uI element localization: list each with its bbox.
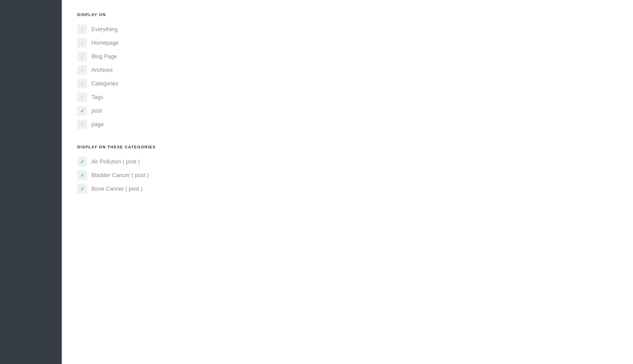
checkbox-label: Bladder Cancer ( post ) — [91, 172, 149, 179]
list-item[interactable]: ✓page — [77, 119, 618, 129]
list-item[interactable]: ✓Homepage — [77, 38, 618, 48]
checkmark-icon: ✓ — [80, 54, 84, 60]
checkmark-icon: ✓ — [80, 81, 84, 87]
list-item[interactable]: ✓Bladder Cancer ( post ) — [77, 170, 618, 180]
checkbox-label: Archives — [91, 67, 113, 73]
checkbox-box[interactable]: ✓ — [77, 170, 87, 180]
checkmark-icon: ✓ — [80, 108, 84, 114]
checkbox-box[interactable]: ✓ — [77, 24, 87, 34]
list-item[interactable]: ✓Categories — [77, 79, 618, 89]
checkmark-icon: ✓ — [80, 122, 84, 127]
checkmark-icon: ✓ — [80, 159, 84, 165]
list-item[interactable]: ✓Tags — [77, 92, 618, 102]
checkbox-box[interactable]: ✓ — [77, 79, 87, 89]
checkbox-label: Categories — [91, 81, 118, 87]
checkbox-label: Bone Cancer ( post ) — [91, 186, 143, 192]
list-item[interactable]: ✓Bone Cancer ( post ) — [77, 184, 618, 194]
list-item[interactable]: ✓Archives — [77, 65, 618, 75]
display-on-title: DISPLAY ON — [77, 12, 618, 17]
sidebar — [0, 0, 62, 364]
checkbox-box[interactable]: ✓ — [77, 65, 87, 75]
checkbox-label: page — [91, 121, 104, 128]
checkmark-icon: ✓ — [80, 67, 84, 73]
list-item[interactable]: ✓Air Pollution ( post ) — [77, 157, 618, 167]
checkbox-box[interactable]: ✓ — [77, 157, 87, 167]
checkbox-box[interactable]: ✓ — [77, 119, 87, 129]
checkbox-label: Homepage — [91, 40, 119, 46]
checkbox-label: Air Pollution ( post ) — [91, 159, 140, 165]
checkbox-box[interactable]: ✓ — [77, 106, 87, 116]
checkmark-icon: ✓ — [80, 172, 84, 178]
checkbox-label: post — [91, 108, 102, 114]
checkbox-box[interactable]: ✓ — [77, 184, 87, 194]
main-content: DISPLAY ON ✓Everything✓Homepage✓Blog Pag… — [62, 0, 633, 364]
checkbox-label: Everything — [91, 26, 118, 33]
display-on-categories-title: DISPLAY ON THESE CATEGORIES — [77, 145, 618, 149]
list-item[interactable]: ✓post — [77, 106, 618, 116]
checkbox-label: Tags — [91, 94, 103, 101]
display-on-list: ✓Everything✓Homepage✓Blog Page✓Archives✓… — [77, 24, 618, 129]
checkbox-box[interactable]: ✓ — [77, 52, 87, 61]
checkmark-icon: ✓ — [80, 94, 84, 100]
display-on-categories-list: ✓Air Pollution ( post )✓Bladder Cancer (… — [77, 157, 618, 194]
checkbox-box[interactable]: ✓ — [77, 38, 87, 48]
checkbox-label: Blog Page — [91, 53, 117, 60]
list-item[interactable]: ✓Everything — [77, 24, 618, 34]
checkmark-icon: ✓ — [80, 40, 84, 46]
list-item[interactable]: ✓Blog Page — [77, 52, 618, 61]
checkmark-icon: ✓ — [80, 186, 84, 192]
checkbox-box[interactable]: ✓ — [77, 92, 87, 102]
checkmark-icon: ✓ — [80, 27, 84, 32]
